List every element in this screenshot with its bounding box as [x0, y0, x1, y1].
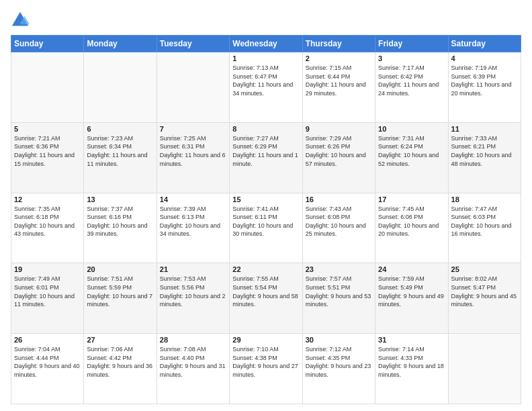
calendar-week-3: 12Sunrise: 7:35 AMSunset: 6:18 PMDayligh…	[11, 193, 521, 263]
day-number: 11	[451, 125, 518, 133]
day-info: Sunrise: 7:14 AMSunset: 4:33 PMDaylight:…	[378, 345, 445, 379]
day-number: 14	[160, 195, 226, 203]
day-number: 16	[306, 195, 372, 203]
calendar-cell: 17Sunrise: 7:45 AMSunset: 6:06 PMDayligh…	[375, 193, 448, 263]
day-number: 24	[378, 265, 445, 273]
day-number: 22	[232, 265, 299, 273]
day-info: Sunrise: 7:53 AMSunset: 5:56 PMDaylight:…	[160, 275, 226, 308]
calendar-cell: 28Sunrise: 7:08 AMSunset: 4:40 PMDayligh…	[157, 334, 229, 404]
day-info: Sunrise: 7:12 AMSunset: 4:35 PMDaylight:…	[306, 345, 372, 379]
day-number: 28	[160, 336, 226, 344]
calendar-cell: 5Sunrise: 7:21 AMSunset: 6:36 PMDaylight…	[11, 122, 84, 193]
day-number: 17	[378, 195, 445, 203]
day-header-monday: Monday	[84, 36, 157, 52]
day-number: 25	[451, 265, 518, 273]
calendar-cell: 25Sunrise: 8:02 AMSunset: 5:47 PMDayligh…	[448, 263, 521, 334]
calendar-week-5: 26Sunrise: 7:04 AMSunset: 4:44 PMDayligh…	[11, 334, 521, 404]
calendar-cell	[84, 52, 157, 123]
day-number: 26	[14, 336, 81, 344]
day-number: 18	[451, 195, 518, 203]
calendar-cell: 19Sunrise: 7:49 AMSunset: 6:01 PMDayligh…	[11, 263, 84, 334]
day-number: 29	[232, 336, 299, 344]
calendar-cell: 15Sunrise: 7:41 AMSunset: 6:11 PMDayligh…	[230, 193, 302, 263]
calendar-cell: 23Sunrise: 7:57 AMSunset: 5:51 PMDayligh…	[302, 263, 375, 334]
day-number: 12	[14, 195, 81, 203]
day-info: Sunrise: 7:43 AMSunset: 6:08 PMDaylight:…	[306, 205, 372, 238]
calendar-cell	[448, 334, 521, 404]
calendar-cell: 27Sunrise: 7:06 AMSunset: 4:42 PMDayligh…	[84, 334, 157, 404]
calendar-header-row: SundayMondayTuesdayWednesdayThursdayFrid…	[11, 36, 521, 52]
calendar-cell: 12Sunrise: 7:35 AMSunset: 6:18 PMDayligh…	[11, 193, 84, 263]
calendar-cell: 20Sunrise: 7:51 AMSunset: 5:59 PMDayligh…	[84, 263, 157, 334]
day-info: Sunrise: 7:23 AMSunset: 6:34 PMDaylight:…	[87, 134, 153, 168]
day-header-thursday: Thursday	[302, 36, 375, 52]
day-info: Sunrise: 7:29 AMSunset: 6:26 PMDaylight:…	[306, 134, 372, 168]
day-info: Sunrise: 7:39 AMSunset: 6:13 PMDaylight:…	[160, 205, 226, 238]
day-number: 7	[160, 125, 226, 133]
day-number: 2	[306, 54, 372, 62]
day-info: Sunrise: 7:10 AMSunset: 4:38 PMDaylight:…	[232, 345, 299, 379]
calendar-cell: 16Sunrise: 7:43 AMSunset: 6:08 PMDayligh…	[302, 193, 375, 263]
day-info: Sunrise: 7:31 AMSunset: 6:24 PMDaylight:…	[378, 134, 445, 168]
logo-icon	[11, 11, 30, 30]
calendar-cell: 7Sunrise: 7:25 AMSunset: 6:31 PMDaylight…	[157, 122, 229, 193]
day-info: Sunrise: 7:41 AMSunset: 6:11 PMDaylight:…	[232, 205, 299, 238]
day-info: Sunrise: 7:33 AMSunset: 6:21 PMDaylight:…	[451, 134, 518, 168]
day-info: Sunrise: 7:27 AMSunset: 6:29 PMDaylight:…	[232, 134, 299, 168]
calendar-cell: 11Sunrise: 7:33 AMSunset: 6:21 PMDayligh…	[448, 122, 521, 193]
day-header-saturday: Saturday	[448, 36, 521, 52]
day-info: Sunrise: 7:45 AMSunset: 6:06 PMDaylight:…	[378, 205, 445, 238]
day-number: 30	[306, 336, 372, 344]
day-number: 1	[232, 54, 299, 62]
calendar-week-1: 1Sunrise: 7:13 AMSunset: 6:47 PMDaylight…	[11, 52, 521, 123]
day-number: 31	[378, 336, 445, 344]
day-info: Sunrise: 7:04 AMSunset: 4:44 PMDaylight:…	[14, 345, 81, 379]
day-number: 13	[87, 195, 153, 203]
calendar-cell: 30Sunrise: 7:12 AMSunset: 4:35 PMDayligh…	[302, 334, 375, 404]
day-number: 19	[14, 265, 81, 273]
header	[11, 8, 521, 30]
calendar-cell: 8Sunrise: 7:27 AMSunset: 6:29 PMDaylight…	[230, 122, 302, 193]
logo	[11, 11, 32, 30]
calendar-cell: 4Sunrise: 7:19 AMSunset: 6:39 PMDaylight…	[448, 52, 521, 123]
day-info: Sunrise: 7:15 AMSunset: 6:44 PMDaylight:…	[306, 64, 372, 97]
day-number: 3	[378, 54, 445, 62]
day-number: 6	[87, 125, 153, 133]
day-info: Sunrise: 7:57 AMSunset: 5:51 PMDaylight:…	[306, 275, 372, 308]
calendar-cell	[11, 52, 84, 123]
calendar-cell: 26Sunrise: 7:04 AMSunset: 4:44 PMDayligh…	[11, 334, 84, 404]
calendar-cell: 2Sunrise: 7:15 AMSunset: 6:44 PMDaylight…	[302, 52, 375, 123]
page: SundayMondayTuesdayWednesdayThursdayFrid…	[0, 0, 532, 411]
calendar-cell: 1Sunrise: 7:13 AMSunset: 6:47 PMDaylight…	[230, 52, 302, 123]
day-info: Sunrise: 7:06 AMSunset: 4:42 PMDaylight:…	[87, 345, 153, 379]
day-info: Sunrise: 7:25 AMSunset: 6:31 PMDaylight:…	[160, 134, 226, 168]
day-header-wednesday: Wednesday	[230, 36, 302, 52]
day-info: Sunrise: 7:35 AMSunset: 6:18 PMDaylight:…	[14, 205, 81, 238]
day-number: 8	[232, 125, 299, 133]
calendar-week-4: 19Sunrise: 7:49 AMSunset: 6:01 PMDayligh…	[11, 263, 521, 334]
calendar-cell: 22Sunrise: 7:55 AMSunset: 5:54 PMDayligh…	[230, 263, 302, 334]
day-number: 23	[306, 265, 372, 273]
day-number: 5	[14, 125, 81, 133]
calendar-week-2: 5Sunrise: 7:21 AMSunset: 6:36 PMDaylight…	[11, 122, 521, 193]
day-header-sunday: Sunday	[11, 36, 84, 52]
day-info: Sunrise: 7:19 AMSunset: 6:39 PMDaylight:…	[451, 64, 518, 97]
day-info: Sunrise: 7:55 AMSunset: 5:54 PMDaylight:…	[232, 275, 299, 308]
calendar-cell: 29Sunrise: 7:10 AMSunset: 4:38 PMDayligh…	[230, 334, 302, 404]
calendar-cell: 3Sunrise: 7:17 AMSunset: 6:42 PMDaylight…	[375, 52, 448, 123]
calendar-cell: 21Sunrise: 7:53 AMSunset: 5:56 PMDayligh…	[157, 263, 229, 334]
calendar-cell: 18Sunrise: 7:47 AMSunset: 6:03 PMDayligh…	[448, 193, 521, 263]
calendar-cell: 13Sunrise: 7:37 AMSunset: 6:16 PMDayligh…	[84, 193, 157, 263]
day-number: 15	[232, 195, 299, 203]
day-info: Sunrise: 8:02 AMSunset: 5:47 PMDaylight:…	[451, 275, 518, 308]
calendar-table: SundayMondayTuesdayWednesdayThursdayFrid…	[11, 35, 521, 404]
day-number: 27	[87, 336, 153, 344]
day-header-friday: Friday	[375, 36, 448, 52]
day-info: Sunrise: 7:59 AMSunset: 5:49 PMDaylight:…	[378, 275, 445, 308]
calendar-cell	[157, 52, 229, 123]
day-header-tuesday: Tuesday	[157, 36, 229, 52]
calendar-cell: 14Sunrise: 7:39 AMSunset: 6:13 PMDayligh…	[157, 193, 229, 263]
day-number: 9	[306, 125, 372, 133]
calendar-cell: 9Sunrise: 7:29 AMSunset: 6:26 PMDaylight…	[302, 122, 375, 193]
calendar-cell: 6Sunrise: 7:23 AMSunset: 6:34 PMDaylight…	[84, 122, 157, 193]
